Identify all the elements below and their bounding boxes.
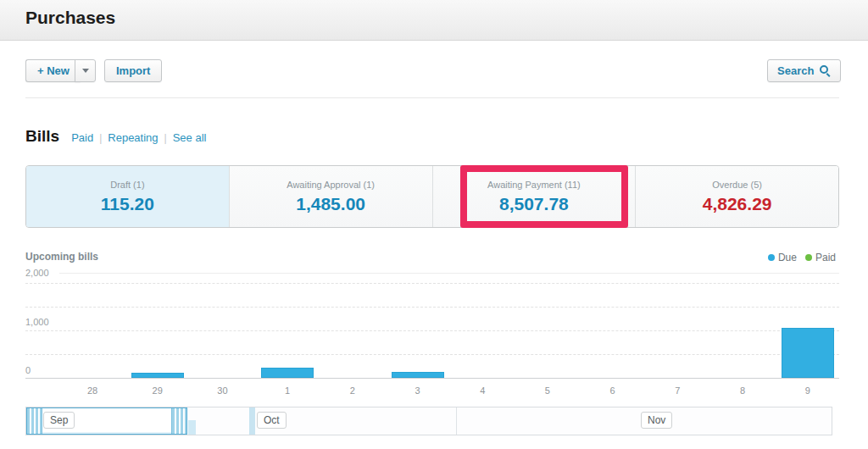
bills-heading: Bills xyxy=(25,127,59,146)
legend-item-due: Due xyxy=(768,252,797,263)
page-title: Purchases xyxy=(25,8,115,28)
brush-handle-left[interactable] xyxy=(27,408,42,434)
import-button[interactable]: Import xyxy=(104,59,162,82)
chevron-down-icon xyxy=(82,69,89,73)
bar-due-29[interactable] xyxy=(131,373,184,378)
bar-due-1[interactable] xyxy=(261,368,314,378)
import-button-label: Import xyxy=(116,64,150,77)
summary-tab-label: Awaiting Payment (11) xyxy=(487,180,581,190)
link-separator: | xyxy=(99,132,102,144)
search-button[interactable]: Search xyxy=(767,59,841,82)
summary-tab-label: Awaiting Approval (1) xyxy=(287,180,375,190)
x-tick-29: 29 xyxy=(141,385,175,396)
link-separator: | xyxy=(164,132,167,144)
x-tick-6: 6 xyxy=(596,385,630,396)
month-divider xyxy=(456,407,457,435)
bills-heading-row: Bills Paid | Repeating | See all xyxy=(25,127,206,146)
gridline xyxy=(25,283,839,284)
toolbar-divider xyxy=(25,97,839,98)
purchases-page: Purchases + New Import Search Bills Paid… xyxy=(0,0,868,449)
x-tick-2: 2 xyxy=(336,385,370,396)
new-button[interactable]: + New xyxy=(25,59,81,82)
search-icon xyxy=(820,65,831,76)
gridline xyxy=(25,307,839,308)
summary-tab-label: Draft (1) xyxy=(110,180,144,190)
summary-tab-value: 8,507.78 xyxy=(499,194,569,214)
legend-label: Due xyxy=(778,252,797,263)
x-tick-1: 1 xyxy=(270,385,304,396)
summary-tab-value: 115.20 xyxy=(101,194,154,214)
y-tick-2000: 2,000 xyxy=(25,267,49,279)
y-tick-0: 0 xyxy=(25,364,31,376)
x-tick-4: 4 xyxy=(465,385,499,396)
month-label-sep: Sep xyxy=(43,412,75,429)
summary-tab-value: 4,826.29 xyxy=(703,194,772,214)
legend-item-paid: Paid xyxy=(805,252,836,263)
x-tick-8: 8 xyxy=(726,385,760,396)
upcoming-bills-chart: 2,000 1,000 0 282930123456789 xyxy=(25,267,839,402)
summary-tab-3[interactable]: Overdue (5)4,826.29 xyxy=(636,166,838,227)
summary-tabs: Draft (1)115.20Awaiting Approval (1)1,48… xyxy=(25,165,839,228)
x-tick-3: 3 xyxy=(401,385,435,396)
bar-due-9[interactable] xyxy=(782,328,834,378)
timeline-track[interactable]: SepOctNov xyxy=(25,407,832,435)
bar-due-3[interactable] xyxy=(392,372,444,378)
x-tick-30: 30 xyxy=(205,385,239,396)
gridline xyxy=(59,273,839,274)
summary-tab-1[interactable]: Awaiting Approval (1)1,485.00 xyxy=(230,166,433,227)
x-axis-line xyxy=(25,378,839,379)
new-button-label: + New xyxy=(37,64,70,77)
x-tick-9: 9 xyxy=(791,385,825,396)
y-tick-1000: 1,000 xyxy=(25,316,49,328)
gridline xyxy=(25,330,839,331)
summary-tab-label: Overdue (5) xyxy=(712,180,762,190)
brush-step xyxy=(188,420,196,435)
x-tick-5: 5 xyxy=(531,385,565,396)
month-label-nov: Nov xyxy=(641,412,672,429)
legend-dot xyxy=(805,254,812,261)
link-paid[interactable]: Paid xyxy=(71,131,93,144)
brush-handle-right[interactable] xyxy=(171,408,186,434)
legend-dot xyxy=(768,254,775,261)
new-dropdown-button[interactable] xyxy=(75,59,96,82)
chart-legend: DuePaid xyxy=(768,252,836,263)
legend-label: Paid xyxy=(815,252,836,263)
month-label-oct: Oct xyxy=(257,412,287,429)
month-divider xyxy=(249,407,255,435)
link-see-all[interactable]: See all xyxy=(173,131,207,144)
chart-title: Upcoming bills xyxy=(25,251,98,263)
gridline xyxy=(25,354,839,355)
summary-tab-value: 1,485.00 xyxy=(296,194,365,214)
summary-tab-2[interactable]: Awaiting Payment (11)8,507.78 xyxy=(433,166,637,227)
x-tick-7: 7 xyxy=(660,385,694,396)
summary-tab-0[interactable]: Draft (1)115.20 xyxy=(26,166,230,227)
x-tick-28: 28 xyxy=(75,385,109,396)
link-repeating[interactable]: Repeating xyxy=(108,131,158,144)
search-button-label: Search xyxy=(777,64,814,77)
page-header: Purchases xyxy=(0,0,868,41)
